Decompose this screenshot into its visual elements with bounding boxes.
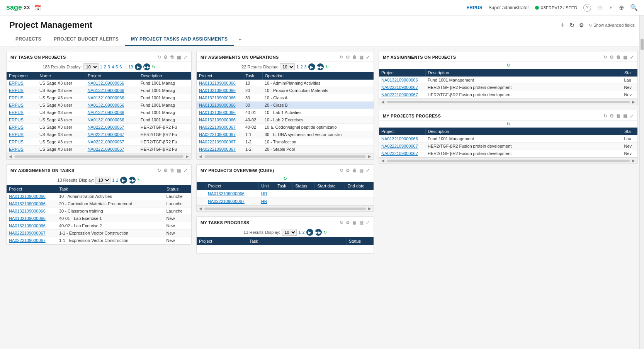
assign-proj-scroll-right[interactable]: ▶ [632,100,635,104]
tab-projects[interactable]: PROJECTS [9,33,48,46]
assign-tasks-page-2[interactable]: 2 [116,178,119,182]
widget-trash-icon[interactable]: 🗑 [616,113,621,119]
add-button[interactable]: + [561,21,565,29]
tasks-scroll-left[interactable]: ◀ [9,154,12,158]
project-link[interactable]: NA0222109000067 [199,140,236,144]
project-link[interactable]: NA0132109000066 [9,209,46,213]
assign-tasks-page-1[interactable]: 1 [112,178,114,182]
employee-link[interactable]: ERPUS [9,132,24,137]
calendar-icon[interactable]: 📅 [34,5,41,11]
project-link[interactable]: NA0222109000067 [88,125,124,129]
refresh-button[interactable]: ↻ [569,22,574,29]
overview-refresh[interactable]: ↻ [283,176,287,181]
overview-scroll-thumb[interactable] [204,208,366,210]
project-link[interactable]: NA0222109000067 [381,85,418,90]
widget-refresh-icon[interactable]: ↻ [157,168,161,173]
dropdown-arrow[interactable]: ▼ [609,5,613,10]
project-link[interactable]: NA0222109000067 [88,140,124,144]
assign-proj-refresh[interactable]: ↻ [506,63,510,68]
widget-gear-icon[interactable]: ⚙ [163,168,168,173]
project-link[interactable]: NA0222109000067 [208,199,245,204]
assign-ops-page-3[interactable]: 3 [304,65,307,69]
widget-expand-icon[interactable]: ⤢ [630,113,634,119]
widget-expand-icon[interactable]: ⤢ [184,168,187,173]
project-link[interactable]: NA0132109000066 [381,78,418,82]
widget-trash-icon[interactable]: 🗑 [352,54,357,60]
project-link[interactable]: NA0132109000066 [9,216,46,221]
employee-link[interactable]: ERPUS [9,88,24,93]
widget-grid-icon[interactable]: ▦ [623,113,627,119]
project-link[interactable]: NA0222109000067 [381,151,418,156]
tasks-page-1[interactable]: 1 [100,65,102,69]
tasks-scroll-thumb[interactable] [14,155,184,158]
widget-grid-icon[interactable]: ▦ [359,220,364,225]
project-link[interactable]: NA0132109000066 [88,81,124,85]
widget-grid-icon[interactable]: ▦ [177,54,181,60]
tasks-next-btn[interactable]: ▶ [135,63,142,70]
project-link[interactable]: NA0222109000067 [381,144,418,148]
widget-trash-icon[interactable]: 🗑 [170,168,175,173]
assign-ops-scroll-left[interactable]: ◀ [199,154,202,158]
widget-gear-icon[interactable]: ⚙ [346,220,350,225]
project-link[interactable]: NA0222109000067 [199,147,236,152]
employee-link[interactable]: ERPUS [9,110,24,115]
widget-gear-icon[interactable]: ⚙ [610,54,614,60]
tasks-page-2[interactable]: 2 [104,65,106,69]
tasks-page-6[interactable]: 6 [119,65,122,69]
employee-link[interactable]: ERPUS [9,147,24,152]
project-link[interactable]: NA0222109000067 [88,132,124,137]
project-link[interactable]: NA0132109000066 [88,88,124,93]
star-icon[interactable]: ☆ [597,4,603,11]
assign-ops-scroll-thumb[interactable] [204,155,366,158]
compass-icon[interactable]: ⊕ [619,4,624,11]
assign-ops-last-btn[interactable]: ▶▶ [317,63,324,70]
project-link[interactable]: NA0222109000067 [88,147,124,152]
widget-expand-icon[interactable]: ⤢ [366,168,370,173]
widget-gear-icon[interactable]: ⚙ [610,113,614,119]
expand-cell[interactable]: ⋮ [197,190,206,197]
project-link[interactable]: NA0132109000066 [9,201,46,206]
widget-expand-icon[interactable]: ⤢ [366,220,370,225]
assign-proj-hscroll[interactable]: ◀ ▶ [379,99,637,105]
project-link[interactable]: NA0132109000066 [199,103,236,107]
assign-tasks-pag-refresh[interactable]: ↻ [137,178,141,183]
project-link[interactable]: NA0222109000067 [381,92,418,97]
overview-scroll-left[interactable]: ◀ [199,206,202,211]
widget-trash-icon[interactable]: 🗑 [170,54,175,60]
widget-trash-icon[interactable]: 🗑 [352,168,357,173]
show-advanced-link[interactable]: ↻ Show advanced fields [589,23,635,27]
widget-refresh-icon[interactable]: ↻ [603,113,607,119]
project-link[interactable]: NA0132109000066 [88,110,124,115]
tasks-hscroll[interactable]: ◀ ▶ [7,153,191,159]
widget-trash-icon[interactable]: 🗑 [352,220,357,225]
project-link[interactable]: NA0132109000066 [9,194,46,199]
tasks-progress-display-select[interactable]: 10 [282,229,297,236]
widget-refresh-icon[interactable]: ↻ [603,54,607,60]
search-icon[interactable]: 🔍 [630,4,638,11]
proj-progress-hscroll[interactable]: ◀ ▶ [379,157,637,163]
project-link[interactable]: NA0222109000067 [199,132,236,137]
assign-ops-page-2[interactable]: 2 [300,65,302,69]
assign-proj-scroll-thumb[interactable] [387,101,630,103]
employee-link[interactable]: ERPUS [9,140,24,144]
scroll-thumb-vertical[interactable] [641,39,644,50]
employee-link[interactable]: ERPUS [9,103,24,107]
proj-progress-refresh[interactable]: ↻ [506,121,510,127]
assign-ops-hscroll[interactable]: ◀ ▶ [197,153,374,159]
project-link[interactable]: NA0132109000066 [199,88,236,93]
employee-link[interactable]: ERPUS [9,95,24,100]
tasks-progress-last-btn[interactable]: ▶▶ [315,229,322,236]
project-link[interactable]: NA0222109000067 [199,125,236,129]
assign-ops-scroll-right[interactable]: ▶ [368,154,371,158]
widget-gear-icon[interactable]: ⚙ [346,54,350,60]
assign-tasks-last-btn[interactable]: ▶▶ [129,177,136,184]
widget-trash-icon[interactable]: 🗑 [616,54,621,60]
widget-refresh-icon[interactable]: ↻ [340,54,343,60]
widget-grid-icon[interactable]: ▦ [359,54,364,60]
project-link[interactable]: NA0222109000067 [9,231,46,235]
tasks-page-19[interactable]: 19 [128,65,133,69]
help-icon[interactable]: ? [583,4,591,12]
right-scrollbar[interactable] [639,15,644,349]
widget-expand-icon[interactable]: ⤢ [630,54,634,60]
widget-refresh-icon[interactable]: ↻ [340,168,343,173]
